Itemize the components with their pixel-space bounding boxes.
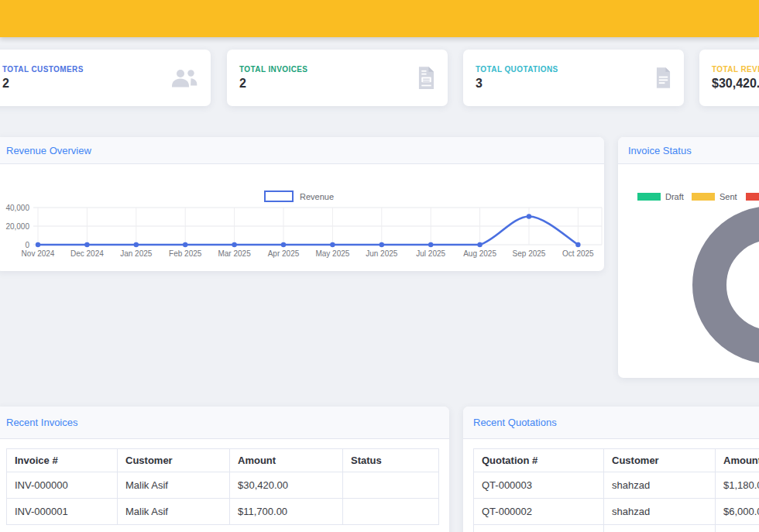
legend-label: Sent [720, 192, 740, 201]
stat-card-total-invoices: TOTAL INVOICES 2 [227, 50, 448, 106]
stat-value: 2 [239, 77, 307, 91]
card-header: Recent Invoices [0, 407, 449, 439]
stat-value: 3 [476, 77, 558, 91]
column-header: Customer [604, 449, 716, 472]
stat-card-total-customers: TOTAL CUSTOMERS 2 [0, 50, 211, 106]
table-cell: INV-000001 [7, 499, 118, 525]
users-icon [170, 67, 198, 89]
stat-label: TOTAL REVENUE [712, 65, 759, 74]
legend-swatch [692, 193, 715, 201]
table-header-row: Quotation #CustomerAmount [474, 449, 759, 472]
table-row: QT-000001Malik Asif$11,700.00 [474, 525, 759, 532]
stat-text: TOTAL REVENUE $30,420.00 [712, 65, 759, 91]
card-header: Recent Quotations [463, 407, 759, 439]
chart-legend: DraftSent [637, 192, 759, 201]
invoice-status-card: Invoice Status DraftSent [618, 137, 759, 378]
table-cell: $1,180.00 [716, 472, 759, 499]
column-header: Quotation # [474, 449, 604, 472]
stat-text: TOTAL CUSTOMERS 2 [2, 65, 84, 91]
recent-quotations-table: Quotation #CustomerAmountQT-000003shahza… [473, 448, 759, 532]
table-cell: QT-000002 [474, 499, 604, 525]
column-header: Amount [230, 449, 343, 472]
svg-text:Apr 2025: Apr 2025 [268, 249, 300, 258]
column-header: Amount [716, 449, 759, 472]
svg-text:40,000: 40,000 [5, 204, 29, 212]
table-row: INV-000000Malik Asif$30,420.00 [7, 472, 439, 499]
revenue-overview-card: Revenue Overview 020,00040,000Nov 2024De… [0, 137, 604, 271]
table-header-row: Invoice #CustomerAmountStatus [7, 449, 439, 472]
svg-text:Mar 2025: Mar 2025 [218, 249, 251, 258]
stat-label: TOTAL INVOICES [239, 65, 307, 74]
svg-text:20,000: 20,000 [5, 222, 29, 231]
recent-quotations-card: Recent Quotations Quotation #CustomerAmo… [463, 407, 759, 532]
table-cell: INV-000000 [7, 472, 118, 499]
legend-item[interactable] [746, 193, 759, 201]
table-cell: shahzad [604, 499, 716, 525]
table-cell: $30,420.00 [230, 472, 343, 499]
recent-invoices-table: Invoice #CustomerAmountStatusINV-000000M… [6, 448, 439, 525]
card-title: Recent Invoices [6, 417, 78, 428]
card-title: Recent Quotations [473, 417, 557, 428]
svg-text:Dec 2024: Dec 2024 [70, 249, 104, 258]
legend-item[interactable]: Draft [637, 192, 685, 201]
recent-invoices-card: Recent Invoices Invoice #CustomerAmountS… [0, 407, 449, 532]
stat-text: TOTAL QUOTATIONS 3 [476, 65, 558, 91]
stat-label: TOTAL QUOTATIONS [476, 65, 558, 74]
revenue-line-chart: 020,00040,000Nov 2024Dec 2024Jan 2025Feb… [0, 137, 604, 271]
legend-label: Revenue [300, 192, 334, 201]
stat-value: $30,420.00 [712, 77, 759, 91]
stat-card-total-quotations: TOTAL QUOTATIONS 3 [463, 50, 684, 106]
column-header: Status [343, 449, 439, 472]
topbar [0, 0, 759, 37]
stat-card-total-revenue: TOTAL REVENUE $30,420.00 [699, 50, 759, 106]
table-cell: Malik Asif [118, 499, 230, 525]
column-header: Invoice # [7, 449, 118, 472]
svg-text:Jan 2025: Jan 2025 [120, 249, 153, 258]
svg-text:Jul 2025: Jul 2025 [416, 249, 445, 258]
svg-text:Oct 2025: Oct 2025 [562, 249, 594, 258]
svg-text:Aug 2025: Aug 2025 [463, 249, 496, 258]
stat-value: 2 [2, 77, 84, 91]
table-cell: $11,700.00 [230, 499, 343, 525]
table-cell: $11,700.00 [716, 525, 759, 532]
legend-item[interactable]: Sent [692, 192, 740, 201]
svg-text:Sep 2025: Sep 2025 [513, 249, 546, 258]
legend-swatch [746, 193, 759, 201]
table-cell: shahzad [604, 472, 716, 499]
stat-label: TOTAL CUSTOMERS [2, 65, 84, 74]
file-invoice-icon [417, 67, 435, 89]
stat-text: TOTAL INVOICES 2 [239, 65, 307, 91]
svg-text:Nov 2024: Nov 2024 [22, 249, 55, 258]
chart-legend-item[interactable]: Revenue [264, 190, 334, 202]
table-row: QT-000002shahzad$6,000.00 [474, 499, 759, 525]
table-cell: QT-000003 [474, 472, 604, 499]
svg-text:0: 0 [25, 241, 29, 249]
file-icon [655, 67, 671, 88]
table-cell: Malik Asif [604, 525, 716, 532]
legend-swatch [637, 193, 661, 201]
legend-swatch [264, 190, 294, 202]
legend-label: Draft [665, 192, 685, 201]
svg-text:Feb 2025: Feb 2025 [169, 249, 202, 258]
table-cell: $6,000.00 [716, 499, 759, 525]
table-row: QT-000003shahzad$1,180.00 [474, 472, 759, 499]
svg-text:May 2025: May 2025 [315, 249, 349, 258]
table-cell [343, 499, 439, 525]
table-row: INV-000001Malik Asif$11,700.00 [7, 499, 439, 525]
dashboard-page: TOTAL CUSTOMERS 2 TOTAL INVOICES 2 [0, 0, 759, 532]
invoice-status-donut-chart [618, 137, 759, 378]
table-cell: Malik Asif [118, 472, 230, 499]
column-header: Customer [118, 449, 230, 472]
table-cell [343, 472, 439, 499]
table-cell: QT-000001 [474, 525, 604, 532]
svg-text:Jun 2025: Jun 2025 [366, 249, 398, 258]
